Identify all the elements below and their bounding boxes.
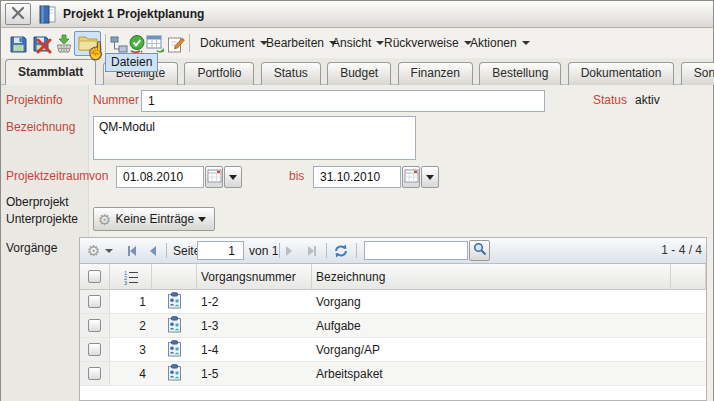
select-all-checkbox[interactable] <box>88 270 101 283</box>
table-row[interactable]: 1 1-2 Vorgang <box>80 290 706 314</box>
vorgaenge-label: Vorgänge <box>6 241 57 255</box>
chevron-down-icon <box>198 217 206 226</box>
status-value: aktiv <box>635 93 660 107</box>
menu-rueckverweise[interactable]: Rückverweise <box>384 28 472 58</box>
status-label: Status <box>593 93 627 107</box>
row-bezeichnung[interactable]: Arbeitspaket <box>312 362 671 385</box>
projektinfo-label: Projektinfo <box>6 93 63 107</box>
table-refresh-icon[interactable] <box>145 33 167 55</box>
grid-header: 1 2 3 Vorgangsnummer Bezeichnung <box>80 264 706 290</box>
table-row[interactable]: 4 1-5 Arbeitspaket <box>80 362 706 386</box>
von-label: von <box>89 169 108 183</box>
close-button[interactable] <box>5 3 31 25</box>
bezeichnung-label: Bezeichnung <box>6 120 75 134</box>
row-number: 2 <box>110 314 152 337</box>
bis-date-input[interactable] <box>313 166 401 188</box>
bis-calendar-button[interactable] <box>402 166 420 188</box>
project-window: Projekt 1 Projektplanung <box>0 0 714 401</box>
row-bezeichnung[interactable]: Vorgang/AP <box>312 338 671 361</box>
projektzeitraum-label: Projektzeitraum <box>6 169 89 183</box>
row-bezeichnung[interactable]: Vorgang <box>312 290 671 313</box>
chevron-down-icon <box>522 41 530 49</box>
menu-label: Ansicht <box>332 36 371 50</box>
calendar-icon <box>207 168 222 186</box>
row-checkbox[interactable] <box>88 343 101 356</box>
nummer-label: Nummer <box>93 93 139 107</box>
row-checkbox[interactable] <box>88 319 101 332</box>
tab-stammblatt[interactable]: Stammblatt <box>5 59 96 85</box>
row-vorgangsnummer[interactable]: 1-3 <box>197 314 312 337</box>
gear-icon: ⚙ <box>98 212 111 227</box>
bis-label: bis <box>289 169 304 183</box>
chevron-down-icon <box>229 175 237 184</box>
tab-portfolio[interactable]: Portfolio <box>184 62 254 85</box>
refresh-icon[interactable] <box>333 238 349 263</box>
next-page-button[interactable] <box>286 238 292 263</box>
oberprojekt-label: Oberprojekt <box>6 195 69 209</box>
table-row[interactable]: 2 1-3 Aufgabe <box>80 314 706 338</box>
search-icon <box>473 242 487 259</box>
bis-dropdown-button[interactable] <box>421 166 439 188</box>
row-number: 1 <box>110 290 152 313</box>
tooltip: Dateien <box>105 53 158 72</box>
page-count-label: von 1 <box>249 238 278 263</box>
von-dropdown-button[interactable] <box>224 166 242 188</box>
participants-icon[interactable] <box>166 340 183 360</box>
project-book-icon <box>37 4 58 28</box>
save-icon[interactable] <box>7 33 29 55</box>
grid-settings-button[interactable]: ⚙ <box>87 238 113 263</box>
svg-text:3: 3 <box>124 279 127 285</box>
edit-icon[interactable] <box>165 33 187 55</box>
calendar-icon <box>404 168 419 186</box>
row-bezeichnung[interactable]: Aufgabe <box>312 314 671 337</box>
tab-sonstiges[interactable]: Sonstiges <box>681 62 714 85</box>
von-calendar-button[interactable] <box>205 166 223 188</box>
tab-budget[interactable]: Budget <box>327 62 391 85</box>
participants-icon[interactable] <box>166 316 183 336</box>
gear-icon: ⚙ <box>87 243 100 258</box>
close-icon <box>11 6 25 23</box>
title-bar: Projekt 1 Projektplanung <box>1 1 713 28</box>
tab-status[interactable]: Status <box>261 62 321 85</box>
toolbar-separator <box>189 34 190 52</box>
numbered-list-icon[interactable]: 1 2 3 <box>110 264 152 289</box>
menu-bearbeiten[interactable]: Bearbeiten <box>266 28 337 58</box>
vorgaenge-grid: ⚙ Seite von 1 <box>79 237 707 401</box>
tab-bestellung[interactable]: Bestellung <box>479 62 561 85</box>
first-page-button[interactable] <box>128 238 136 263</box>
last-page-button[interactable] <box>308 238 316 263</box>
participants-icon[interactable] <box>166 364 183 384</box>
column-header-bezeichnung[interactable]: Bezeichnung <box>312 264 671 289</box>
unterprojekte-button[interactable]: ⚙ Keine Einträge <box>93 207 215 231</box>
tab-dokumentation[interactable]: Dokumentation <box>568 62 675 85</box>
row-vorgangsnummer[interactable]: 1-5 <box>197 362 312 385</box>
unterprojekte-button-label: Keine Einträge <box>115 212 194 226</box>
chevron-down-icon <box>426 175 434 184</box>
von-date-input[interactable] <box>116 166 204 188</box>
prev-page-button[interactable] <box>150 238 156 263</box>
nummer-input[interactable] <box>141 90 545 112</box>
menu-label: Dokument <box>200 36 255 50</box>
search-button[interactable] <box>469 240 490 261</box>
row-checkbox[interactable] <box>88 295 101 308</box>
tab-finanzen[interactable]: Finanzen <box>398 62 473 85</box>
grid-pager: ⚙ Seite von 1 <box>80 238 706 264</box>
upload-icon[interactable] <box>53 33 75 55</box>
menu-label: Aktionen <box>470 36 517 50</box>
search-input[interactable] <box>364 241 468 260</box>
window-title: Projekt 1 Projektplanung <box>63 1 204 28</box>
delete-icon[interactable] <box>31 33 53 55</box>
menu-label: Bearbeiten <box>266 36 324 50</box>
menu-dokument[interactable]: Dokument <box>200 28 268 58</box>
row-vorgangsnummer[interactable]: 1-2 <box>197 290 312 313</box>
column-header-vorgangsnummer[interactable]: Vorgangsnummer <box>197 264 312 289</box>
table-row[interactable]: 3 1-4 Vorgang/AP <box>80 338 706 362</box>
menu-aktionen[interactable]: Aktionen <box>470 28 530 58</box>
row-checkbox[interactable] <box>88 367 101 380</box>
bezeichnung-textarea[interactable]: QM-Modul <box>93 116 416 160</box>
page-input[interactable] <box>197 241 244 260</box>
row-range-label: 1 - 4 / 4 <box>661 238 702 263</box>
menu-ansicht[interactable]: Ansicht <box>332 28 384 58</box>
participants-icon[interactable] <box>166 292 183 312</box>
row-vorgangsnummer[interactable]: 1-4 <box>197 338 312 361</box>
